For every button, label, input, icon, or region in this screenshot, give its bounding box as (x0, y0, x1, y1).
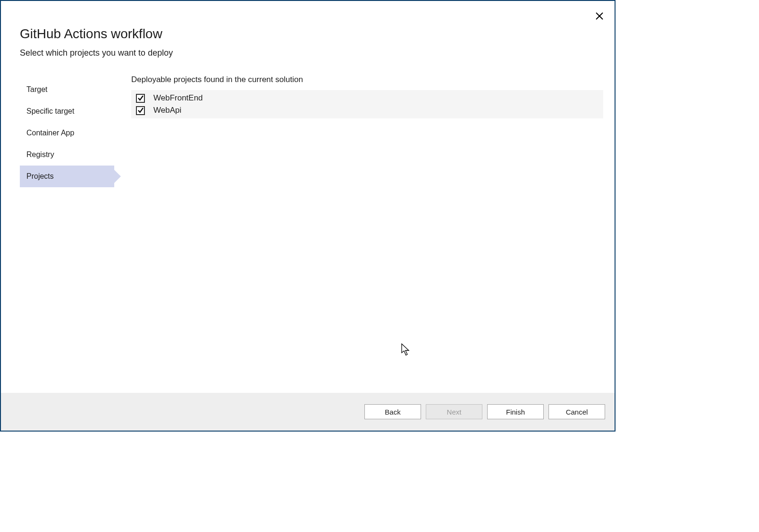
main-content: Deployable projects found in the current… (114, 79, 603, 187)
dialog-subtitle: Select which projects you want to deploy (20, 48, 596, 58)
cancel-button[interactable]: Cancel (548, 404, 605, 419)
sidebar-item-projects[interactable]: Projects (20, 166, 114, 187)
close-button[interactable] (595, 11, 604, 21)
project-checkbox-webapi[interactable] (136, 106, 145, 115)
sidebar-item-container-app[interactable]: Container App (20, 122, 114, 144)
dialog-footer: Back Next Finish Cancel (1, 393, 615, 431)
sidebar-item-label: Registry (26, 150, 54, 158)
wizard-sidebar: Target Specific target Container App Reg… (20, 79, 114, 187)
sidebar-item-label: Target (26, 85, 47, 93)
checkmark-icon (137, 107, 144, 114)
sidebar-item-target[interactable]: Target (20, 79, 114, 100)
close-icon (596, 12, 603, 20)
checkmark-icon (137, 95, 144, 101)
section-title: Deployable projects found in the current… (131, 75, 603, 84)
next-button[interactable]: Next (426, 404, 482, 419)
back-button[interactable]: Back (364, 404, 421, 419)
dialog-header: GitHub Actions workflow Select which pro… (1, 1, 615, 58)
mouse-cursor-icon (401, 343, 412, 357)
project-name: WebApi (153, 106, 181, 115)
project-list: WebFrontEnd WebApi (131, 90, 603, 118)
project-row: WebFrontEnd (131, 92, 603, 104)
sidebar-item-specific-target[interactable]: Specific target (20, 100, 114, 122)
project-checkbox-webfrontend[interactable] (136, 94, 145, 103)
sidebar-item-registry[interactable]: Registry (20, 144, 114, 166)
sidebar-item-label: Container App (26, 129, 74, 137)
dialog-title: GitHub Actions workflow (20, 26, 596, 42)
sidebar-item-label: Projects (26, 172, 54, 180)
finish-button[interactable]: Finish (487, 404, 544, 419)
project-name: WebFrontEnd (153, 93, 203, 103)
project-row: WebApi (131, 104, 603, 116)
sidebar-item-label: Specific target (26, 107, 74, 115)
